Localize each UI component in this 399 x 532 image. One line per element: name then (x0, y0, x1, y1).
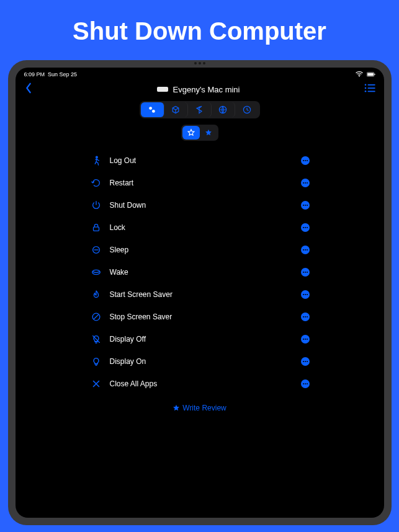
list-view-button[interactable] (364, 84, 375, 95)
command-label: Shut Down (110, 201, 294, 210)
command-label: Display Off (110, 335, 294, 344)
command-list: Log OutRestartShut DownLockSleepWakeStar… (16, 149, 384, 395)
command-more-button[interactable] (301, 335, 310, 344)
command-row-fire[interactable]: Start Screen Saver (90, 283, 310, 306)
command-row-walk[interactable]: Log Out (90, 149, 310, 172)
svg-point-10 (152, 110, 155, 113)
write-review-link[interactable]: Write Review (16, 395, 384, 421)
device-title: Evgeny's Mac mini (157, 85, 240, 94)
svg-point-7 (364, 91, 366, 92)
close-icon (90, 378, 102, 390)
lock-icon (90, 221, 102, 234)
segment-history[interactable] (235, 102, 259, 117)
bulb-on-icon (90, 355, 102, 368)
command-label: Sleep (110, 246, 294, 254)
restart-icon (90, 177, 102, 189)
command-more-button[interactable] (301, 179, 310, 187)
segment-cube[interactable] (164, 102, 188, 117)
segment-system[interactable] (141, 102, 164, 117)
command-more-button[interactable] (301, 290, 310, 299)
wifi-icon (355, 71, 364, 78)
device-screen: 6:09 PM Sun Sep 25 Evgeny's Mac mini (16, 68, 384, 518)
walk-icon (90, 154, 102, 167)
command-more-button[interactable] (301, 357, 310, 366)
svg-rect-1 (367, 73, 374, 76)
power-icon (90, 199, 102, 211)
command-more-button[interactable] (301, 313, 310, 321)
svg-point-9 (149, 107, 152, 110)
battery-icon (367, 71, 375, 78)
app-header: Evgeny's Mac mini (16, 79, 384, 101)
category-segmented-control (140, 101, 260, 118)
command-label: Wake (110, 268, 294, 277)
svg-point-3 (364, 84, 366, 86)
svg-rect-4 (367, 84, 375, 86)
status-time-date: 6:09 PM Sun Sep 25 (24, 71, 78, 78)
command-more-button[interactable] (301, 268, 310, 277)
fire-icon (90, 288, 102, 301)
filter-star-outline[interactable] (182, 126, 200, 140)
sleep-icon (90, 244, 102, 256)
mac-mini-icon (157, 87, 168, 92)
command-more-button[interactable] (301, 246, 310, 254)
command-row-power[interactable]: Shut Down (90, 194, 310, 216)
status-bar: 6:09 PM Sun Sep 25 (16, 68, 384, 79)
svg-rect-2 (374, 74, 375, 76)
command-row-restart[interactable]: Restart (90, 172, 310, 194)
command-row-lock[interactable]: Lock (90, 216, 310, 239)
command-more-button[interactable] (301, 156, 310, 165)
svg-rect-8 (367, 91, 375, 92)
command-more-button[interactable] (301, 379, 310, 388)
command-row-wake[interactable]: Wake (90, 261, 310, 283)
command-more-button[interactable] (301, 223, 310, 232)
filter-segmented-control (181, 125, 218, 141)
stop-icon (90, 311, 102, 323)
command-label: Restart (110, 179, 294, 187)
promo-title: Shut Down Computer (0, 0, 399, 60)
svg-point-5 (364, 87, 366, 89)
command-row-stop[interactable]: Stop Screen Saver (90, 306, 310, 328)
command-row-sleep[interactable]: Sleep (90, 239, 310, 261)
command-row-close[interactable]: Close All Apps (90, 373, 310, 395)
back-button[interactable] (24, 82, 33, 96)
command-row-bulb-on[interactable]: Display On (90, 350, 310, 373)
svg-point-13 (96, 156, 97, 158)
svg-rect-6 (367, 87, 375, 89)
wake-icon (90, 266, 102, 278)
segment-bluetooth[interactable] (188, 102, 212, 117)
bulb-off-icon (90, 333, 102, 345)
command-label: Lock (110, 223, 294, 232)
ipad-frame: 6:09 PM Sun Sep 25 Evgeny's Mac mini (8, 60, 392, 525)
command-label: Close All Apps (110, 379, 294, 388)
command-label: Start Screen Saver (110, 290, 294, 299)
filter-star-filled[interactable] (200, 126, 217, 140)
command-label: Stop Screen Saver (110, 313, 294, 321)
command-more-button[interactable] (301, 201, 310, 210)
command-label: Log Out (110, 156, 294, 165)
command-label: Display On (110, 357, 294, 366)
command-row-bulb-off[interactable]: Display Off (90, 328, 310, 350)
svg-rect-14 (93, 227, 99, 231)
segment-globe[interactable] (212, 102, 235, 117)
